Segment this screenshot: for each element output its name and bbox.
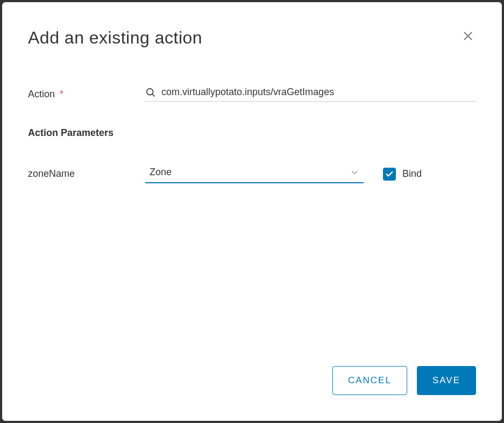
action-search-wrap[interactable]: [145, 87, 476, 102]
action-label: Action *: [28, 89, 145, 100]
modal-footer: Cancel Save: [28, 366, 476, 395]
zonename-select[interactable]: Zone: [145, 164, 364, 183]
param-row-zonename: zoneName Zone Bind: [28, 164, 476, 183]
add-action-modal: Add an existing action Action * Action P…: [2, 2, 502, 421]
bind-label: Bind: [402, 168, 422, 180]
svg-line-3: [152, 94, 155, 96]
action-row: Action *: [28, 87, 476, 102]
param-zonename-label: zoneName: [28, 168, 145, 180]
modal-header: Add an existing action: [28, 28, 476, 48]
search-icon: [145, 87, 156, 98]
svg-point-2: [147, 88, 153, 95]
parameters-heading: Action Parameters: [28, 127, 476, 139]
modal-title: Add an existing action: [28, 28, 202, 48]
save-button[interactable]: Save: [417, 366, 476, 395]
action-input[interactable]: [161, 87, 476, 98]
chevron-down-icon: [350, 168, 359, 177]
bind-checkbox[interactable]: [383, 168, 396, 181]
action-label-text: Action: [28, 89, 55, 99]
close-icon: [462, 30, 474, 42]
bind-wrap: Bind: [383, 168, 422, 181]
cancel-button[interactable]: Cancel: [332, 366, 407, 395]
required-marker: *: [60, 89, 63, 99]
close-button[interactable]: [460, 28, 476, 44]
zonename-select-value: Zone: [150, 167, 172, 178]
check-icon: [385, 170, 394, 178]
